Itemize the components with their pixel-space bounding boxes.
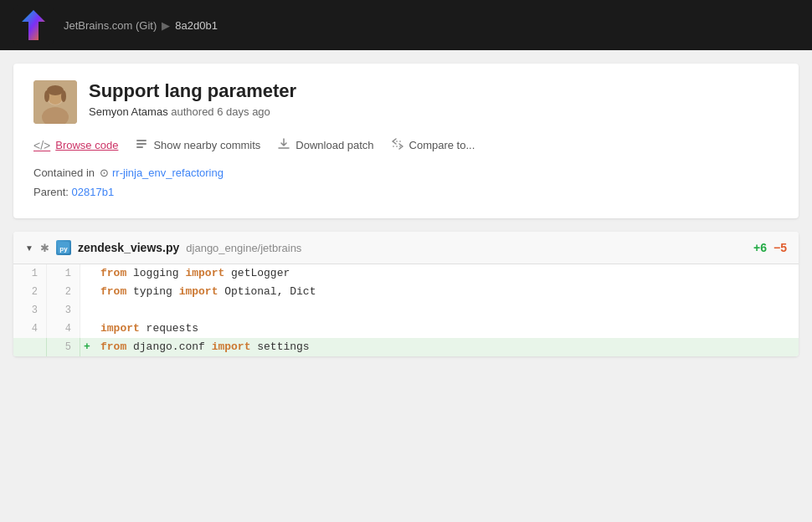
old-line-num-1: 1 — [13, 264, 47, 283]
svg-rect-10 — [136, 143, 146, 145]
svg-text:py: py — [59, 245, 68, 253]
svg-point-8 — [61, 90, 66, 102]
branch-link[interactable]: ⊙ rr-jinja_env_refactoring — [100, 166, 224, 179]
download-patch-label: Download patch — [296, 139, 373, 151]
line-nums-2: 2 2 — [13, 283, 80, 301]
show-nearby-label: Show nearby commits — [153, 139, 260, 151]
diff-star-marker: ✱ — [40, 242, 49, 254]
code-content-1: from logging import getLogger — [94, 264, 799, 283]
new-line-num-4: 4 — [47, 320, 80, 338]
commit-title: Support lang parameter — [89, 80, 779, 102]
branch-icon: ⊙ — [100, 166, 109, 179]
browse-code-button[interactable]: </> Browse code — [33, 137, 118, 154]
line-nums-3: 3 3 — [13, 301, 80, 320]
parent-hash-link[interactable]: 02817b1 — [72, 186, 115, 198]
browse-code-label: Browse code — [55, 139, 118, 151]
compare-icon — [391, 137, 404, 153]
old-line-num-2: 2 — [13, 283, 47, 301]
code-line-5: 5 + from django.conf import settings — [13, 338, 799, 356]
branch-name: rr-jinja_env_refactoring — [112, 166, 224, 179]
diff-filepath: django_engine/jetbrains — [186, 242, 301, 254]
commit-action: authored — [171, 105, 217, 118]
line-nums-1: 1 1 — [13, 264, 80, 283]
diff-marker-4 — [80, 320, 94, 338]
commit-header: Support lang parameter Semyon Atamas aut… — [33, 80, 779, 124]
download-patch-button[interactable]: Download patch — [277, 136, 373, 155]
nearby-icon — [135, 137, 148, 153]
lines-removed-stat: −5 — [773, 241, 787, 254]
avatar — [33, 80, 77, 124]
app-header: JetBrains.com (Git) ▶ 8a2d0b1 — [0, 0, 812, 50]
code-content-5: from django.conf import settings — [94, 338, 799, 356]
diff-section: ▼ ✱ py zendesk_views.py django_engine/je… — [13, 232, 799, 356]
download-icon — [277, 137, 290, 153]
commit-hash-label: 8a2d0b1 — [175, 19, 218, 32]
diff-marker-2 — [80, 283, 94, 301]
svg-rect-9 — [136, 140, 146, 141]
diff-marker-3 — [80, 301, 94, 320]
diff-toggle-button[interactable]: ▼ — [25, 243, 33, 253]
code-viewer: 1 1 from logging import getLogger 2 2 fr… — [13, 264, 799, 356]
code-line-1: 1 1 from logging import getLogger — [13, 264, 799, 283]
code-line-4: 4 4 import requests — [13, 320, 799, 338]
app-name-label: JetBrains.com (Git) — [64, 19, 157, 32]
commit-time: 6 days ago — [217, 105, 270, 118]
breadcrumb-separator: ▶ — [162, 19, 170, 32]
line-nums-4: 4 4 — [13, 320, 80, 338]
commit-meta: Semyon Atamas authored 6 days ago — [89, 105, 779, 118]
show-nearby-commits-button[interactable]: Show nearby commits — [135, 136, 260, 155]
line-nums-5: 5 — [13, 338, 80, 356]
diff-marker-5: + — [80, 338, 94, 356]
new-line-num-5: 5 — [47, 338, 80, 356]
browse-code-icon: </> — [33, 139, 50, 152]
code-line-3: 3 3 — [13, 301, 799, 320]
old-line-num-4: 4 — [13, 320, 47, 338]
code-content-3 — [94, 301, 799, 320]
diff-header: ▼ ✱ py zendesk_views.py django_engine/je… — [13, 232, 799, 264]
file-type-icon: py — [56, 240, 71, 255]
old-line-num-3: 3 — [13, 301, 47, 320]
code-line-2: 2 2 from typing import Optional, Dict — [13, 283, 799, 301]
compare-to-label: Compare to... — [409, 139, 475, 151]
diff-marker-1 — [80, 264, 94, 283]
commit-card: Support lang parameter Semyon Atamas aut… — [13, 64, 799, 218]
compare-to-button[interactable]: Compare to... — [391, 136, 475, 155]
svg-point-6 — [47, 85, 64, 95]
header-breadcrumb: JetBrains.com (Git) ▶ 8a2d0b1 — [64, 19, 218, 32]
new-line-num-1: 1 — [47, 264, 80, 283]
actions-row: </> Browse code Show nearby commits Down… — [33, 136, 779, 155]
contained-label: Contained in — [33, 166, 95, 179]
new-line-num-2: 2 — [47, 283, 80, 301]
parent-hash: 02817b1 — [72, 186, 115, 198]
code-content-2: from typing import Optional, Dict — [94, 283, 799, 301]
contained-in-row: Contained in ⊙ rr-jinja_env_refactoring — [33, 166, 779, 179]
lines-added-stat: +6 — [753, 241, 767, 254]
new-line-num-3: 3 — [47, 301, 80, 320]
diff-filename: zendesk_views.py — [78, 241, 179, 254]
parent-label: Parent: — [33, 186, 69, 198]
commit-author: Semyon Atamas — [89, 105, 168, 118]
commit-info: Support lang parameter Semyon Atamas aut… — [89, 80, 779, 118]
svg-point-7 — [44, 90, 49, 102]
diff-stats: +6 −5 — [753, 241, 787, 254]
parent-row: Parent: 02817b1 — [33, 186, 779, 198]
app-logo — [13, 5, 54, 45]
svg-rect-11 — [136, 146, 143, 148]
code-content-4: import requests — [94, 320, 799, 338]
old-line-num-5 — [13, 338, 47, 356]
